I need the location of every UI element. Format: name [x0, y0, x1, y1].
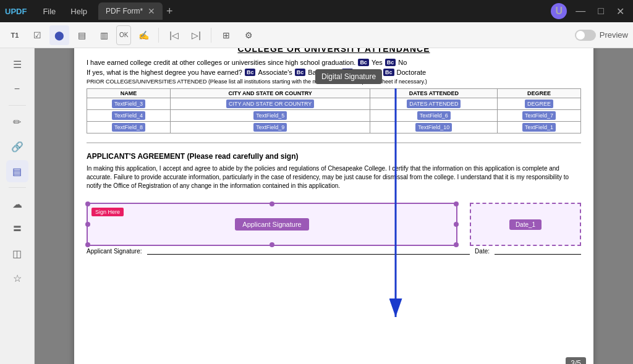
assoc-label: Associate's [258, 69, 292, 76]
sidebar-form[interactable]: ▤ [6, 160, 28, 182]
colleges-table: NAME CITY AND STATE OR COUNTRY DATES ATT… [87, 88, 581, 133]
sidebar-pages[interactable]: ☰ [6, 53, 28, 75]
table-row: TextField_3 CITY AND STATE OR COUNTRY DA… [87, 98, 581, 110]
handle-mr [454, 222, 459, 227]
tab-label: PDF Form* [106, 7, 143, 15]
col-city: CITY AND STATE OR COUNTRY [170, 89, 370, 98]
document-area: COLLEGE OR UNIVERSITY ATTENDANCE I have … [35, 48, 633, 364]
combo-tool[interactable]: ▥ [94, 25, 114, 45]
sig-underline [147, 247, 470, 255]
list-tool[interactable]: ▤ [72, 25, 91, 45]
handle-br [454, 242, 459, 247]
align-left[interactable]: |◁ [164, 25, 184, 45]
sidebar-link[interactable]: 🔗 [6, 135, 28, 158]
credit-text: I have earned college credit at other co… [87, 59, 355, 66]
preview-switch[interactable] [575, 30, 596, 41]
field-citystate[interactable]: CITY AND STATE OR COUNTRY [226, 99, 314, 108]
field-textfield10[interactable]: TextField_10 [415, 123, 452, 132]
signature-tool[interactable]: ✍ [134, 25, 153, 45]
sep2 [211, 28, 211, 43]
doc-bc: Bc [383, 69, 394, 76]
assoc-bc: Bc [245, 69, 256, 76]
field-degree-r1[interactable]: DEGREE [525, 99, 553, 108]
table-row: TextField_8 TextField_9 TextField_10 Tex… [87, 122, 581, 133]
checkbox-tool[interactable]: ☑ [27, 25, 47, 45]
app-logo: UPDF [5, 7, 27, 16]
sign-here-button[interactable]: Sign Here [91, 208, 124, 216]
table-row: TextField_4 TextField_5 TextField_6 Text… [87, 110, 581, 122]
page-content: COLLEGE OR UNIVERSITY ATTENDANCE I have … [74, 48, 593, 140]
main-area: ☰ − ✏ 🔗 ▤ ☁ 〓 ◫ ☆ COLLEGE OR UNIVERSITY … [0, 48, 633, 364]
radio-tool[interactable]: ⬤ [49, 25, 69, 45]
handle-tl [85, 201, 90, 206]
sidebar-compare[interactable]: ◫ [6, 242, 28, 265]
pdf-tab[interactable]: PDF Form* ✕ [98, 2, 163, 20]
col-dates: DATES ATTENDED [370, 89, 498, 98]
sidebar-edit[interactable]: ✏ [6, 111, 28, 133]
document-page: COLLEGE OR UNIVERSITY ATTENDANCE I have … [74, 48, 593, 364]
handle-tm [270, 201, 274, 206]
date-field[interactable]: Date_1 [509, 219, 542, 230]
applicant-label: Applicant Signature: [87, 248, 142, 255]
tab-close[interactable]: ✕ [148, 6, 155, 16]
button-tool[interactable]: OK [116, 25, 131, 45]
field-textfield7[interactable]: TextField_7 [522, 111, 556, 120]
field-textfield1[interactable]: TextField_1 [522, 123, 556, 132]
field-textfield3[interactable]: TextField_3 [112, 99, 145, 108]
sidebar-collapse[interactable]: − [6, 78, 28, 100]
tab-add-button[interactable]: + [166, 5, 173, 18]
title-bar: UPDF File Help PDF Form* ✕ + U — □ ✕ [0, 0, 633, 22]
bach-bc: Bc [295, 69, 306, 76]
field-textfield9[interactable]: TextField_9 [253, 123, 287, 132]
settings-tool[interactable]: ⚙ [239, 25, 258, 45]
toolbar: T1 ☑ ⬤ ▤ ▥ OK ✍ |◁ ▷| ⊞ ⚙ Preview Digita… [0, 22, 633, 48]
field-dates[interactable]: DATES ATTENDED [407, 99, 461, 108]
field-textfield5[interactable]: TextField_5 [253, 111, 287, 120]
sidebar-cloud[interactable]: ☁ [6, 193, 28, 215]
window-close[interactable]: ✕ [613, 4, 628, 19]
field-textfield6[interactable]: TextField_6 [417, 111, 451, 120]
page-number: 3/5 [566, 357, 586, 364]
window-minimize[interactable]: — [572, 4, 589, 18]
yes-bc: Bc [358, 59, 369, 66]
no-label: No [398, 59, 407, 66]
signature-area: Sign Here Applicant Signature Date_1 [74, 203, 593, 246]
yes-label: Yes [372, 59, 383, 66]
field-textfield8[interactable]: TextField_8 [112, 123, 145, 132]
agreement-text: In making this application, I accept and… [87, 164, 581, 190]
user-avatar[interactable]: U [551, 3, 567, 19]
preview-label: Preview [600, 30, 628, 40]
sidebar-stamp[interactable]: 〓 [6, 218, 28, 240]
sidebar-sep2 [9, 187, 26, 188]
handle-bm [270, 242, 274, 247]
date-box[interactable]: Date_1 [470, 203, 581, 246]
menu-file[interactable]: File [36, 4, 62, 19]
window-controls: U — □ ✕ [551, 3, 628, 19]
digital-signature-tooltip: Digital Signature [315, 69, 382, 84]
doc-label: Doctorate [397, 69, 427, 76]
left-sidebar: ☰ − ✏ 🔗 ▤ ☁ 〓 ◫ ☆ [0, 48, 35, 364]
handle-tr [454, 201, 459, 206]
date-label: Date: [475, 248, 490, 255]
text-field-tool[interactable]: T1 [5, 25, 25, 45]
sig-label-row: Applicant Signature: Date: [74, 247, 593, 255]
date-underline [495, 247, 581, 255]
menu-help[interactable]: Help [64, 4, 93, 19]
grid-tool[interactable]: ⊞ [216, 25, 236, 45]
signature-box[interactable]: Sign Here Applicant Signature [87, 203, 457, 246]
preview-toggle[interactable]: Preview [575, 30, 628, 41]
credit-line: I have earned college credit at other co… [87, 59, 581, 66]
handle-bl [85, 242, 90, 247]
applicant-signature-field[interactable]: Applicant Signature [235, 218, 308, 231]
window-maximize[interactable]: □ [594, 4, 608, 18]
menu-bar: File Help [36, 4, 93, 19]
section-title: COLLEGE OR UNIVERSITY ATTENDANCE [87, 48, 581, 54]
field-textfield4[interactable]: TextField_4 [112, 111, 145, 120]
agreement-title: APPLICANT'S AGREEMENT (Please read caref… [87, 152, 581, 161]
sidebar-sep1 [9, 105, 26, 106]
col-name: NAME [87, 89, 171, 98]
sep1 [158, 28, 159, 43]
align-right[interactable]: ▷| [186, 25, 206, 45]
col-degree: DEGREE [498, 89, 581, 98]
sidebar-bookmark[interactable]: ☆ [6, 267, 28, 289]
